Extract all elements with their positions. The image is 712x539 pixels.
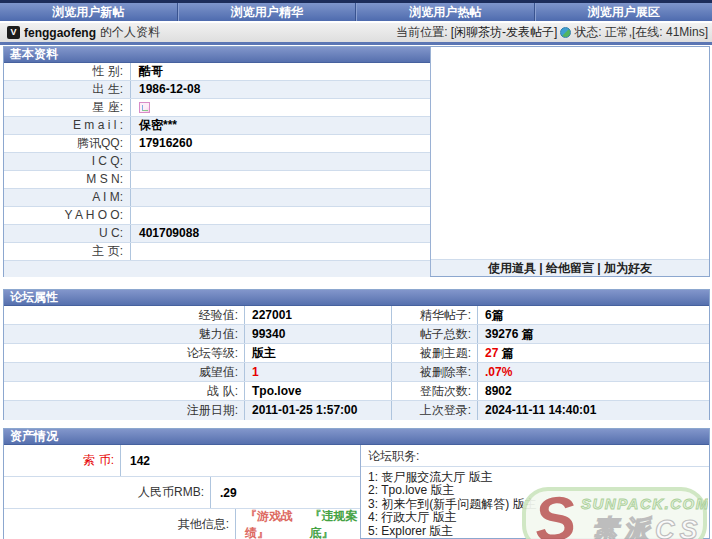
row-team: 战 队: Tpo.love 登陆次数: 8902 bbox=[4, 382, 709, 401]
profile-header: V fenggaofeng 的个人资料 当前位置: [闲聊茶坊-发表帖子] 状态… bbox=[0, 23, 712, 42]
header-divider bbox=[0, 42, 712, 45]
row-experience: 经验值: 227001 精华帖子: 6篇 bbox=[4, 306, 709, 325]
watermark-domain: SUNPACK.COM bbox=[581, 495, 708, 512]
duty-item: 1: 丧尸服交流大厅 版主 bbox=[368, 471, 709, 484]
status-value: 正常,[在线: 41Mins] bbox=[605, 24, 708, 41]
nav-user-zone[interactable]: 浏览用户展区 bbox=[535, 3, 712, 21]
assets-section: 资产情况 索 币: 142 人民币RMB: .29 其他信息: 『游戏战绩』 『… bbox=[3, 428, 710, 539]
duties-title: 论坛职务: bbox=[361, 445, 709, 467]
row-prestige: 威望值: 1 被删除率: .07% bbox=[4, 363, 709, 382]
row-icq: I C Q: bbox=[4, 153, 430, 171]
username: fenggaofeng bbox=[24, 26, 96, 40]
row-charm: 魅力值: 99340 帖子总数: 39276 篇 bbox=[4, 325, 709, 344]
row-zodiac: 星 座: bbox=[4, 99, 430, 117]
page-title: 的个人资料 bbox=[100, 24, 160, 41]
nav-user-digest-posts[interactable]: 浏览用户精华 bbox=[178, 3, 357, 21]
forum-attributes-title: 论坛属性 bbox=[4, 290, 709, 306]
location-label: 当前位置: bbox=[396, 24, 447, 41]
row-gender: 性 别: 酷哥 bbox=[4, 63, 430, 81]
watermark-letter: S bbox=[531, 484, 579, 539]
row-register-date: 注册日期: 2011-01-25 1:57:00 上次登录: 2024-11-1… bbox=[4, 401, 709, 420]
nav-user-hot-posts[interactable]: 浏览用户热帖 bbox=[356, 3, 535, 21]
assets-table: 索 币: 142 人民币RMB: .29 其他信息: 『游戏战绩』 『违规案底』 bbox=[4, 445, 361, 538]
row-coins: 索 币: 142 bbox=[4, 445, 360, 477]
nav-user-new-posts[interactable]: 浏览用户新帖 bbox=[0, 3, 178, 21]
avatar-panel: 使用道具 | 给他留言 | 加为好友 bbox=[431, 47, 709, 276]
row-homepage: 主 页: bbox=[4, 243, 430, 261]
basic-info-section: 基本资料 性 别: 酷哥 出 生: 1986-12-08 星 座: E m a … bbox=[3, 46, 710, 277]
row-qq: 腾讯QQ: 17916260 bbox=[4, 135, 430, 153]
forum-attributes-section: 论坛属性 经验值: 227001 精华帖子: 6篇 魅力值: 99340 帖子总… bbox=[3, 289, 710, 420]
user-badge-icon: V bbox=[7, 26, 20, 39]
game-record-link[interactable]: 『游戏战绩』 bbox=[245, 508, 296, 539]
row-other-info: 其他信息: 『游戏战绩』 『违规案底』 bbox=[4, 509, 360, 539]
watermark-brand: 素派CS bbox=[591, 515, 703, 539]
row-birthday: 出 生: 1986-12-08 bbox=[4, 81, 430, 99]
basic-info-table: 基本资料 性 别: 酷哥 出 生: 1986-12-08 星 座: E m a … bbox=[4, 47, 431, 276]
violation-record-link[interactable]: 『违规案底』 bbox=[310, 508, 361, 539]
profile-page: 浏览用户新帖 浏览用户精华 浏览用户热帖 浏览用户展区 V fenggaofen… bbox=[0, 0, 712, 539]
leave-message-link[interactable]: 给他留言 bbox=[546, 261, 594, 275]
online-status-icon bbox=[560, 27, 571, 38]
top-nav: 浏览用户新帖 浏览用户精华 浏览用户热帖 浏览用户展区 bbox=[0, 0, 712, 21]
action-links: 使用道具 | 给他留言 | 加为好友 bbox=[431, 259, 709, 276]
basic-footer-strip bbox=[4, 261, 430, 277]
row-email: E m a i l : 保密*** bbox=[4, 117, 430, 135]
location-link[interactable]: [闲聊茶坊-发表帖子] bbox=[451, 24, 558, 41]
row-aim: A I M: bbox=[4, 189, 430, 207]
row-msn: M S N: bbox=[4, 171, 430, 189]
duties-panel: 论坛职务: 1: 丧尸服交流大厅 版主 2: Tpo.love 版主 3: 初来… bbox=[361, 445, 709, 538]
row-rank: 论坛等级: 版主 被删主题: 27 篇 bbox=[4, 344, 709, 363]
row-rmb: 人民币RMB: .29 bbox=[4, 477, 360, 509]
broken-image-icon bbox=[139, 102, 150, 113]
status-label: 状态: bbox=[574, 24, 601, 41]
sunpack-watermark-logo: S SUNPACK.COM 素派CS bbox=[521, 484, 708, 539]
basic-info-title: 基本资料 bbox=[4, 47, 430, 63]
use-magic-link[interactable]: 使用道具 bbox=[488, 261, 536, 275]
assets-title: 资产情况 bbox=[4, 429, 709, 445]
row-uc: U C: 401709088 bbox=[4, 225, 430, 243]
add-friend-link[interactable]: 加为好友 bbox=[604, 261, 652, 275]
row-yahoo: Y A H O O: bbox=[4, 207, 430, 225]
